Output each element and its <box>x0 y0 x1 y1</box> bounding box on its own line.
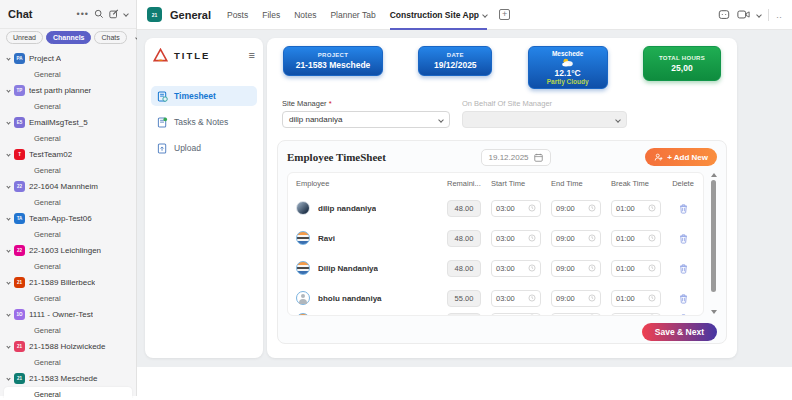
teams-window: Chat ••• Unread Channels Chats PA Projec… <box>0 0 792 400</box>
nav-item-upload[interactable]: Upload <box>151 138 257 158</box>
channel-item[interactable]: General <box>4 99 132 114</box>
project-card-label: PROJECT <box>291 52 375 58</box>
break-time-input[interactable]: 01:00 <box>611 260 661 277</box>
meet-chevron-icon[interactable] <box>756 12 762 18</box>
break-time-input[interactable]: 01:00 <box>611 230 661 247</box>
team-item[interactable]: 21 21-1589 Billerbeck <box>4 275 132 290</box>
filter-channels[interactable]: Channels <box>46 31 92 44</box>
tab-files[interactable]: Files <box>262 0 280 30</box>
team-item[interactable]: 22 22-1603 Leichlingen <box>4 243 132 258</box>
team-expand-chevron-icon[interactable] <box>6 120 10 124</box>
team-item[interactable]: T TestTeam02 <box>4 147 132 162</box>
start-time-input[interactable]: 03:00 <box>491 260 541 277</box>
clock-icon <box>648 204 656 212</box>
channel-item[interactable]: General <box>4 291 132 306</box>
start-time-input[interactable]: 03:00 <box>491 200 541 217</box>
site-manager-select[interactable]: dilip nandaniya <box>282 111 450 128</box>
timesheet-date-picker[interactable]: 19.12.2025 <box>481 149 551 166</box>
end-time-input[interactable] <box>551 313 601 316</box>
tab-posts[interactable]: Posts <box>227 0 248 30</box>
break-time-input[interactable]: 01:00 <box>611 200 661 217</box>
end-time-input[interactable]: 09:00 <box>551 260 601 277</box>
remaining-hours-field: 48.00 <box>447 230 481 247</box>
break-time-input[interactable]: 01:00 <box>611 290 661 307</box>
delete-icon[interactable] <box>678 293 689 304</box>
end-time-input[interactable]: 09:00 <box>551 200 601 217</box>
team-expand-chevron-icon[interactable] <box>6 312 10 316</box>
team-item[interactable]: E5 EmailMsgTest_5 <box>4 115 132 130</box>
team-expand-chevron-icon[interactable] <box>6 344 10 348</box>
team-expand-chevron-icon[interactable] <box>6 184 10 188</box>
table-scrollbar[interactable] <box>710 172 717 316</box>
end-time-input[interactable]: 09:00 <box>551 290 601 307</box>
delete-icon[interactable] <box>678 203 689 214</box>
new-chat-icon[interactable] <box>109 9 119 19</box>
more-options-icon[interactable]: ••• <box>77 9 89 19</box>
filter-chats[interactable]: Chats <box>94 31 126 44</box>
channel-item[interactable]: General <box>4 195 132 210</box>
meet-camera-icon[interactable] <box>737 9 750 20</box>
scroll-thumb[interactable] <box>711 180 716 292</box>
col-employee: Employee <box>296 179 437 188</box>
channel-item[interactable]: General <box>4 355 132 370</box>
team-expand-chevron-icon[interactable] <box>6 280 10 284</box>
nav-item-timesheet[interactable]: Timesheet <box>151 86 257 106</box>
header-overflow-icon[interactable]: ‥ <box>776 10 782 20</box>
team-avatar: 21 <box>14 341 25 352</box>
team-expand-chevron-icon[interactable] <box>6 216 10 220</box>
clock-icon <box>648 294 656 302</box>
team-item[interactable]: TP test parth planner <box>4 83 132 98</box>
required-asterisk: * <box>329 99 332 108</box>
team-item[interactable]: TA Team-App-Test06 <box>4 211 132 226</box>
break-time-input[interactable] <box>611 313 661 316</box>
save-next-button[interactable]: Save & Next <box>642 323 717 341</box>
start-time-input[interactable]: 03:00 <box>491 230 541 247</box>
nav-item-tasks-notes[interactable]: Tasks & Notes <box>151 112 257 132</box>
team-item[interactable]: 21 21-1588 Holzwickede <box>4 339 132 354</box>
select-chevron-icon <box>615 117 621 123</box>
channel-item[interactable]: General <box>4 387 132 398</box>
chat-bubble-icon[interactable] <box>718 9 730 21</box>
team-name: 1111 - Owner-Test <box>29 310 93 319</box>
add-tab-icon[interactable]: + <box>499 9 510 20</box>
employee-name: dilip nandaniya <box>318 204 376 213</box>
start-time-input[interactable] <box>491 313 541 316</box>
new-chat-chevron-icon[interactable] <box>123 11 129 17</box>
channel-item[interactable]: General <box>4 163 132 178</box>
channel-tabs: Posts Files Notes Planner Tab Constructi… <box>227 0 487 30</box>
clock-icon <box>528 234 536 242</box>
add-new-button[interactable]: + Add New <box>645 148 717 166</box>
channel-item[interactable]: General <box>4 131 132 146</box>
tab-planner[interactable]: Planner Tab <box>330 0 375 30</box>
tab-chevron-icon[interactable] <box>482 12 488 18</box>
team-item[interactable]: PA Project A <box>4 51 132 66</box>
delete-icon[interactable] <box>678 313 689 316</box>
channel-item[interactable]: General <box>4 227 132 242</box>
end-time-input[interactable]: 09:00 <box>551 230 601 247</box>
delete-icon[interactable] <box>678 233 689 244</box>
team-item[interactable]: 21 21-1583 Meschede <box>4 371 132 386</box>
scroll-up-icon[interactable] <box>711 173 717 177</box>
tab-notes[interactable]: Notes <box>294 0 316 30</box>
start-time-value: 03:00 <box>496 234 515 243</box>
search-icon[interactable] <box>94 9 104 19</box>
channel-item[interactable]: General <box>4 67 132 82</box>
tab-construction-site-app[interactable]: Construction Site App <box>390 0 487 30</box>
team-expand-chevron-icon[interactable] <box>6 248 10 252</box>
team-list: PA Project A General TP test parth plann… <box>0 48 136 398</box>
team-item[interactable]: 1O 1111 - Owner-Test <box>4 307 132 322</box>
on-behalf-select[interactable] <box>462 111 627 128</box>
channel-item[interactable]: General <box>4 259 132 274</box>
team-expand-chevron-icon[interactable] <box>6 56 10 60</box>
filter-unread[interactable]: Unread <box>6 31 43 44</box>
nav-collapse-icon[interactable]: ≡ <box>249 49 255 61</box>
channel-item[interactable]: General <box>4 323 132 338</box>
team-expand-chevron-icon[interactable] <box>6 376 10 380</box>
start-time-input[interactable]: 03:00 <box>491 290 541 307</box>
delete-icon[interactable] <box>678 263 689 274</box>
team-expand-chevron-icon[interactable] <box>6 152 10 156</box>
scroll-down-icon[interactable] <box>711 310 717 314</box>
team-item[interactable]: 22 22-1604 Mannheim <box>4 179 132 194</box>
team-expand-chevron-icon[interactable] <box>6 88 10 92</box>
project-card-value: 21-1583 Meschede <box>291 60 375 70</box>
